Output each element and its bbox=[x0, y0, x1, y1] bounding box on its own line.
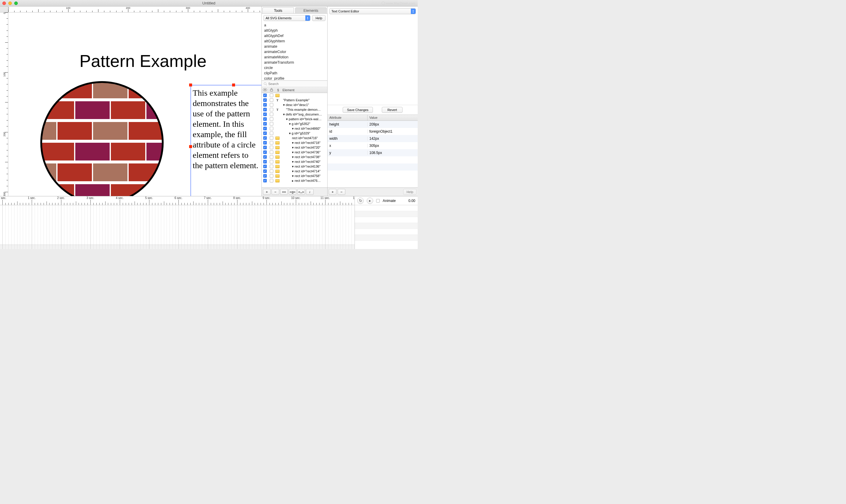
element-tree[interactable]: ✓✓T"Pattern Example"✓▾ desc id="desc1"✓T… bbox=[262, 93, 327, 187]
lock-checkbox[interactable] bbox=[270, 122, 273, 126]
lock-checkbox[interactable] bbox=[270, 108, 273, 111]
list-item[interactable]: animate bbox=[262, 44, 327, 49]
tree-row[interactable]: ✓▾ defs id="svg_documen… bbox=[262, 112, 327, 117]
attr-value[interactable]: 108.5px bbox=[367, 151, 418, 155]
tree-row[interactable]: ✓▾ rect id="rect4136" bbox=[262, 164, 327, 169]
selection-handle-n[interactable] bbox=[232, 84, 235, 87]
tree-row[interactable]: ✓▾ g id="g5352" bbox=[262, 121, 327, 126]
lock-checkbox[interactable] bbox=[270, 174, 273, 178]
visibility-checkbox[interactable]: ✓ bbox=[263, 160, 267, 163]
lock-checkbox[interactable] bbox=[270, 103, 273, 107]
visibility-checkbox[interactable]: ✓ bbox=[263, 103, 267, 107]
tab-elements[interactable]: Elements bbox=[295, 7, 327, 13]
svg-canvas[interactable]: Pattern Example bbox=[8, 13, 261, 196]
lock-checkbox[interactable] bbox=[270, 94, 273, 97]
tree-row[interactable]: ✓▾ rect id="rect4720" bbox=[262, 145, 327, 150]
tree-row[interactable]: ✓▾ rect id="rect4718" bbox=[262, 140, 327, 145]
element-filter-select[interactable]: All SVG Elements bbox=[263, 15, 310, 21]
visibility-checkbox[interactable]: ✓ bbox=[263, 150, 267, 154]
table-row[interactable]: x305px bbox=[328, 142, 418, 149]
list-item[interactable]: altGlyphItem bbox=[262, 38, 327, 44]
help-button[interactable]: Help bbox=[312, 15, 326, 21]
svg-element-list[interactable]: aaltGlyphaltGlyphDefaltGlyphItemanimatea… bbox=[262, 22, 327, 80]
tree-row[interactable]: ✓▸ rect id="rect476… bbox=[262, 178, 327, 183]
group-button[interactable]: <g> bbox=[289, 189, 296, 195]
foreign-object-text[interactable]: This example demonstrates the use of the… bbox=[191, 85, 261, 196]
brick-pattern-circle[interactable] bbox=[40, 80, 164, 196]
remove-attr-button[interactable]: − bbox=[338, 189, 345, 195]
visibility-checkbox[interactable]: ✓ bbox=[263, 165, 267, 168]
attr-value[interactable]: 305px bbox=[367, 144, 418, 148]
rewind-button[interactable]: ↻ bbox=[357, 198, 364, 204]
lock-checkbox[interactable] bbox=[270, 127, 273, 130]
visibility-checkbox[interactable]: ✓ bbox=[263, 155, 267, 159]
play-button[interactable]: ▸ bbox=[367, 198, 373, 204]
wrap-button[interactable]: <…> bbox=[297, 189, 305, 195]
tree-row[interactable]: ✓T"This example demon… bbox=[262, 107, 327, 112]
lock-checkbox[interactable] bbox=[270, 141, 273, 144]
attr-value[interactable]: 209px bbox=[367, 122, 418, 126]
list-item[interactable]: clipPath bbox=[262, 71, 327, 76]
revert-button[interactable]: Revert bbox=[382, 107, 402, 113]
list-item[interactable]: animateTransform bbox=[262, 60, 327, 65]
lock-checkbox[interactable] bbox=[270, 98, 273, 102]
animate-checkbox[interactable] bbox=[376, 199, 380, 202]
add-attr-button[interactable]: + bbox=[329, 189, 336, 195]
list-item[interactable]: altGlyphDef bbox=[262, 33, 327, 38]
table-row[interactable]: width142px bbox=[328, 135, 418, 142]
table-row[interactable]: y108.5px bbox=[328, 149, 418, 156]
remove-element-button[interactable]: − bbox=[272, 189, 279, 195]
table-row[interactable]: height209px bbox=[328, 121, 418, 128]
lock-checkbox[interactable] bbox=[270, 179, 273, 182]
list-item[interactable]: animateMotion bbox=[262, 54, 327, 60]
lock-checkbox[interactable] bbox=[270, 146, 273, 149]
svg-title-text[interactable]: Pattern Example bbox=[80, 51, 207, 71]
info-button[interactable]: i bbox=[306, 189, 314, 195]
visibility-checkbox[interactable]: ✓ bbox=[263, 174, 267, 178]
tree-row[interactable]: ✓ bbox=[262, 93, 327, 98]
tree-row[interactable]: ✓▾ rect id="rect4758" bbox=[262, 174, 327, 178]
list-item[interactable]: a bbox=[262, 22, 327, 28]
tree-search-input[interactable] bbox=[268, 82, 326, 86]
visibility-checkbox[interactable]: ✓ bbox=[263, 108, 267, 111]
visibility-checkbox[interactable]: ✓ bbox=[263, 117, 267, 121]
tree-row[interactable]: ✓▾ pattern id="brick-wal… bbox=[262, 117, 327, 121]
list-item[interactable]: color_profile bbox=[262, 76, 327, 80]
visibility-checkbox[interactable]: ✓ bbox=[263, 169, 267, 173]
add-element-button[interactable]: + bbox=[263, 189, 271, 195]
selection-handle-nw[interactable] bbox=[189, 84, 192, 87]
save-changes-button[interactable]: Save Changes bbox=[343, 107, 373, 113]
tree-row[interactable]: ✓▾ rect id="rect4860" bbox=[262, 126, 327, 131]
tree-row[interactable]: ✓▾ rect id="rect4714" bbox=[262, 169, 327, 174]
lock-checkbox[interactable] bbox=[270, 150, 273, 154]
minimize-window-button[interactable] bbox=[8, 1, 12, 5]
tree-row[interactable]: ✓▾ rect id="rect4738" bbox=[262, 155, 327, 159]
lock-checkbox[interactable] bbox=[270, 117, 273, 121]
visibility-checkbox[interactable]: ✓ bbox=[263, 98, 267, 102]
lock-checkbox[interactable] bbox=[270, 136, 273, 140]
list-item[interactable]: animateColor bbox=[262, 49, 327, 54]
selection-handle-w[interactable] bbox=[189, 145, 192, 148]
tab-tools[interactable]: Tools bbox=[262, 7, 294, 13]
visibility-checkbox[interactable]: ✓ bbox=[263, 127, 267, 130]
visibility-checkbox[interactable]: ✓ bbox=[263, 136, 267, 140]
tree-row[interactable]: ✓▾ rect id="rect4740" bbox=[262, 159, 327, 164]
zoom-window-button[interactable] bbox=[14, 1, 18, 5]
attr-value[interactable]: 142px bbox=[367, 137, 418, 141]
text-content-editor-area[interactable] bbox=[328, 16, 418, 105]
editor-mode-select[interactable]: Text Content Editor bbox=[329, 8, 416, 14]
visibility-checkbox[interactable]: ✓ bbox=[263, 112, 267, 116]
visibility-checkbox[interactable]: ✓ bbox=[263, 122, 267, 126]
visibility-checkbox[interactable]: ✓ bbox=[263, 179, 267, 182]
lock-checkbox[interactable] bbox=[270, 169, 273, 173]
lock-checkbox[interactable] bbox=[270, 155, 273, 159]
tree-row[interactable]: ✓rect id="rect4716" bbox=[262, 136, 327, 140]
table-row[interactable]: idforeignObject1 bbox=[328, 128, 418, 135]
close-window-button[interactable] bbox=[2, 1, 6, 5]
tree-row[interactable]: ✓▾ desc id="desc1" bbox=[262, 103, 327, 107]
visibility-checkbox[interactable]: ✓ bbox=[263, 131, 267, 135]
tree-row[interactable]: ✓T"Pattern Example" bbox=[262, 98, 327, 103]
tree-row[interactable]: ✓▾ g id="g5329" bbox=[262, 131, 327, 136]
duplicate-button[interactable]: ++ bbox=[280, 189, 288, 195]
tree-row[interactable]: ✓▾ rect id="rect4736" bbox=[262, 150, 327, 155]
